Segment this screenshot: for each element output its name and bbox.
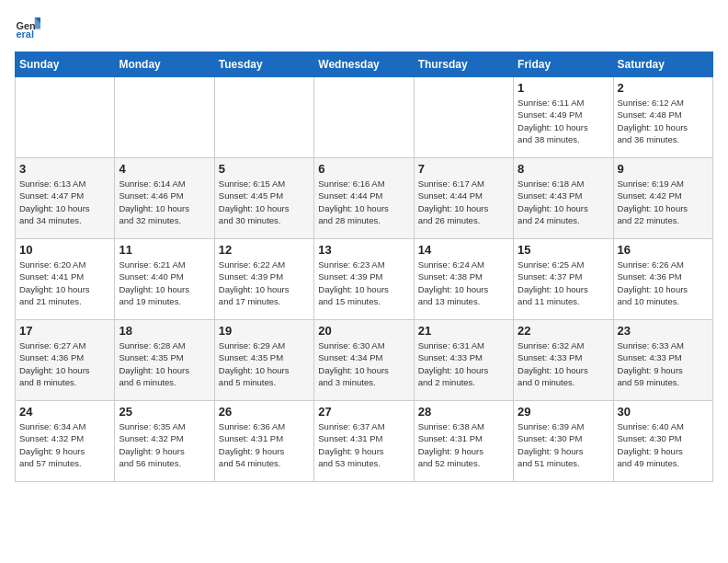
cell-content: Sunrise: 6:25 AM Sunset: 4:37 PM Dayligh…: [518, 259, 609, 307]
cell-content: Sunrise: 6:39 AM Sunset: 4:30 PM Dayligh…: [518, 420, 609, 469]
week-row-3: 10Sunrise: 6:20 AM Sunset: 4:41 PM Dayli…: [16, 239, 713, 320]
day-number: 26: [219, 405, 310, 419]
logo-icon: Gen eral: [15, 15, 40, 40]
calendar-cell: 21Sunrise: 6:31 AM Sunset: 4:33 PM Dayli…: [414, 320, 513, 401]
cell-content: Sunrise: 6:17 AM Sunset: 4:44 PM Dayligh…: [418, 178, 509, 226]
week-row-5: 24Sunrise: 6:34 AM Sunset: 4:32 PM Dayli…: [16, 401, 713, 482]
col-header-friday: Friday: [514, 52, 613, 77]
day-number: 17: [19, 324, 110, 338]
col-header-saturday: Saturday: [613, 52, 712, 77]
day-number: 1: [518, 81, 609, 95]
day-number: 22: [518, 324, 609, 338]
day-number: 5: [219, 162, 310, 176]
day-number: 23: [618, 324, 709, 338]
calendar-cell: 17Sunrise: 6:27 AM Sunset: 4:36 PM Dayli…: [16, 320, 115, 401]
cell-content: Sunrise: 6:31 AM Sunset: 4:33 PM Dayligh…: [418, 339, 509, 388]
cell-content: Sunrise: 6:34 AM Sunset: 4:32 PM Dayligh…: [19, 420, 110, 469]
day-number: 24: [19, 405, 110, 419]
cell-content: Sunrise: 6:40 AM Sunset: 4:30 PM Dayligh…: [618, 420, 709, 469]
calendar-cell: [16, 77, 115, 158]
week-row-2: 3Sunrise: 6:13 AM Sunset: 4:47 PM Daylig…: [16, 158, 713, 239]
day-number: 29: [518, 405, 609, 419]
day-number: 14: [418, 243, 509, 257]
calendar-cell: 10Sunrise: 6:20 AM Sunset: 4:41 PM Dayli…: [16, 239, 115, 320]
cell-content: Sunrise: 6:37 AM Sunset: 4:31 PM Dayligh…: [318, 420, 409, 469]
calendar-cell: 13Sunrise: 6:23 AM Sunset: 4:39 PM Dayli…: [314, 239, 414, 320]
calendar-cell: 29Sunrise: 6:39 AM Sunset: 4:30 PM Dayli…: [514, 401, 613, 482]
calendar-cell: 26Sunrise: 6:36 AM Sunset: 4:31 PM Dayli…: [214, 401, 313, 482]
day-number: 6: [318, 162, 409, 176]
day-number: 21: [418, 324, 509, 338]
day-number: 10: [19, 243, 110, 257]
header: Gen eral: [15, 15, 713, 40]
calendar-cell: 22Sunrise: 6:32 AM Sunset: 4:33 PM Dayli…: [514, 320, 613, 401]
cell-content: Sunrise: 6:14 AM Sunset: 4:46 PM Dayligh…: [119, 178, 210, 226]
calendar-cell: 12Sunrise: 6:22 AM Sunset: 4:39 PM Dayli…: [214, 239, 313, 320]
cell-content: Sunrise: 6:32 AM Sunset: 4:33 PM Dayligh…: [518, 339, 609, 388]
calendar-cell: 18Sunrise: 6:28 AM Sunset: 4:35 PM Dayli…: [115, 320, 214, 401]
cell-content: Sunrise: 6:13 AM Sunset: 4:47 PM Dayligh…: [19, 178, 110, 226]
col-header-monday: Monday: [115, 52, 214, 77]
calendar-cell: 30Sunrise: 6:40 AM Sunset: 4:30 PM Dayli…: [613, 401, 712, 482]
svg-text:eral: eral: [17, 29, 34, 40]
calendar-cell: 20Sunrise: 6:30 AM Sunset: 4:34 PM Dayli…: [314, 320, 414, 401]
col-header-tuesday: Tuesday: [214, 52, 313, 77]
day-number: 11: [119, 243, 210, 257]
calendar-cell: [214, 77, 313, 158]
header-row: SundayMondayTuesdayWednesdayThursdayFrid…: [16, 52, 713, 77]
day-number: 8: [518, 162, 609, 176]
calendar-table: SundayMondayTuesdayWednesdayThursdayFrid…: [15, 52, 713, 482]
calendar-cell: 1Sunrise: 6:11 AM Sunset: 4:49 PM Daylig…: [514, 77, 613, 158]
week-row-4: 17Sunrise: 6:27 AM Sunset: 4:36 PM Dayli…: [16, 320, 713, 401]
calendar-cell: 8Sunrise: 6:18 AM Sunset: 4:43 PM Daylig…: [514, 158, 613, 239]
day-number: 27: [318, 405, 409, 419]
cell-content: Sunrise: 6:38 AM Sunset: 4:31 PM Dayligh…: [418, 420, 509, 469]
cell-content: Sunrise: 6:11 AM Sunset: 4:49 PM Dayligh…: [518, 97, 609, 145]
col-header-sunday: Sunday: [16, 52, 115, 77]
day-number: 25: [119, 405, 210, 419]
logo: Gen eral: [15, 15, 44, 40]
cell-content: Sunrise: 6:27 AM Sunset: 4:36 PM Dayligh…: [19, 339, 110, 388]
calendar-cell: [414, 77, 513, 158]
day-number: 28: [418, 405, 509, 419]
cell-content: Sunrise: 6:19 AM Sunset: 4:42 PM Dayligh…: [618, 178, 709, 226]
day-number: 30: [618, 405, 709, 419]
cell-content: Sunrise: 6:24 AM Sunset: 4:38 PM Dayligh…: [418, 259, 509, 307]
calendar-cell: 27Sunrise: 6:37 AM Sunset: 4:31 PM Dayli…: [314, 401, 414, 482]
calendar-cell: 28Sunrise: 6:38 AM Sunset: 4:31 PM Dayli…: [414, 401, 513, 482]
calendar-cell: [115, 77, 214, 158]
calendar-cell: 9Sunrise: 6:19 AM Sunset: 4:42 PM Daylig…: [613, 158, 712, 239]
calendar-cell: [314, 77, 414, 158]
calendar-cell: 3Sunrise: 6:13 AM Sunset: 4:47 PM Daylig…: [16, 158, 115, 239]
day-number: 18: [119, 324, 210, 338]
cell-content: Sunrise: 6:36 AM Sunset: 4:31 PM Dayligh…: [219, 420, 310, 469]
day-number: 7: [418, 162, 509, 176]
cell-content: Sunrise: 6:22 AM Sunset: 4:39 PM Dayligh…: [219, 259, 310, 307]
day-number: 4: [119, 162, 210, 176]
cell-content: Sunrise: 6:23 AM Sunset: 4:39 PM Dayligh…: [318, 259, 409, 307]
calendar-cell: 23Sunrise: 6:33 AM Sunset: 4:33 PM Dayli…: [613, 320, 712, 401]
cell-content: Sunrise: 6:16 AM Sunset: 4:44 PM Dayligh…: [318, 178, 409, 226]
cell-content: Sunrise: 6:33 AM Sunset: 4:33 PM Dayligh…: [618, 339, 709, 388]
week-row-1: 1Sunrise: 6:11 AM Sunset: 4:49 PM Daylig…: [16, 77, 713, 158]
cell-content: Sunrise: 6:35 AM Sunset: 4:32 PM Dayligh…: [119, 420, 210, 469]
day-number: 15: [518, 243, 609, 257]
day-number: 9: [618, 162, 709, 176]
calendar-cell: 11Sunrise: 6:21 AM Sunset: 4:40 PM Dayli…: [115, 239, 214, 320]
cell-content: Sunrise: 6:12 AM Sunset: 4:48 PM Dayligh…: [618, 97, 709, 145]
svg-marker-3: [35, 17, 40, 29]
cell-content: Sunrise: 6:21 AM Sunset: 4:40 PM Dayligh…: [119, 259, 210, 307]
day-number: 12: [219, 243, 310, 257]
calendar-cell: 6Sunrise: 6:16 AM Sunset: 4:44 PM Daylig…: [314, 158, 414, 239]
calendar-cell: 7Sunrise: 6:17 AM Sunset: 4:44 PM Daylig…: [414, 158, 513, 239]
day-number: 16: [618, 243, 709, 257]
calendar-cell: 19Sunrise: 6:29 AM Sunset: 4:35 PM Dayli…: [214, 320, 313, 401]
day-number: 2: [618, 81, 709, 95]
calendar-cell: 25Sunrise: 6:35 AM Sunset: 4:32 PM Dayli…: [115, 401, 214, 482]
cell-content: Sunrise: 6:26 AM Sunset: 4:36 PM Dayligh…: [618, 259, 709, 307]
cell-content: Sunrise: 6:15 AM Sunset: 4:45 PM Dayligh…: [219, 178, 310, 226]
calendar-cell: 4Sunrise: 6:14 AM Sunset: 4:46 PM Daylig…: [115, 158, 214, 239]
cell-content: Sunrise: 6:29 AM Sunset: 4:35 PM Dayligh…: [219, 339, 310, 388]
day-number: 19: [219, 324, 310, 338]
calendar-cell: 15Sunrise: 6:25 AM Sunset: 4:37 PM Dayli…: [514, 239, 613, 320]
